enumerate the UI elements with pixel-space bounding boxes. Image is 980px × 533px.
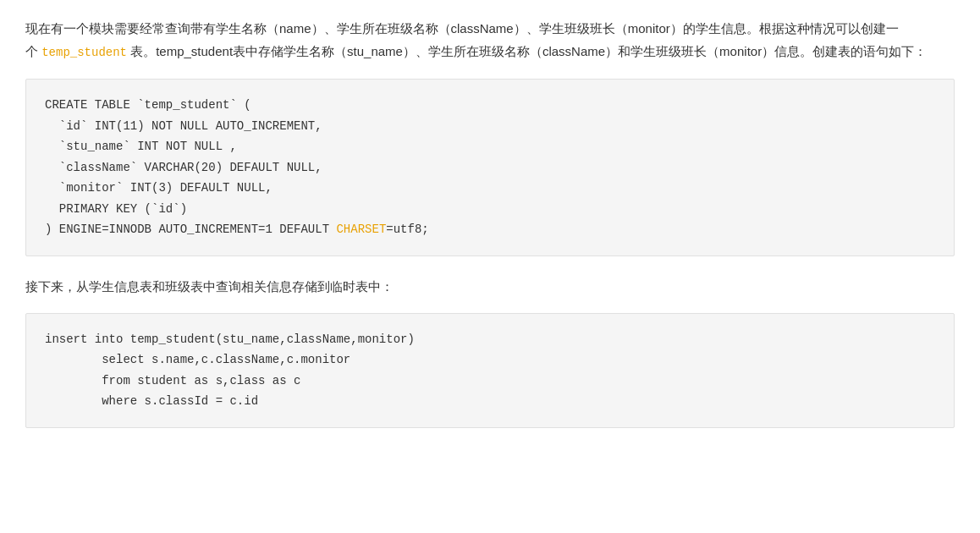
- description-text-2: 接下来，从学生信息表和班级表中查询相关信息存储到临时表中：: [25, 279, 394, 294]
- description-text-after: 表。temp_student表中存储学生名称（stu_name）、学生所在班级名…: [127, 44, 927, 58]
- description-paragraph-2: 接下来，从学生信息表和班级表中查询相关信息存储到临时表中：: [25, 275, 955, 298]
- description-paragraph-1: 现在有一个模块需要经常查询带有学生名称（name）、学生所在班级名称（class…: [25, 17, 955, 63]
- temp-student-inline-code: temp_student: [41, 46, 127, 59]
- code-block-create-table: CREATE TABLE `temp_student` ( `id` INT(1…: [25, 79, 955, 256]
- code-block-insert: insert into temp_student(stu_name,classN…: [25, 313, 955, 428]
